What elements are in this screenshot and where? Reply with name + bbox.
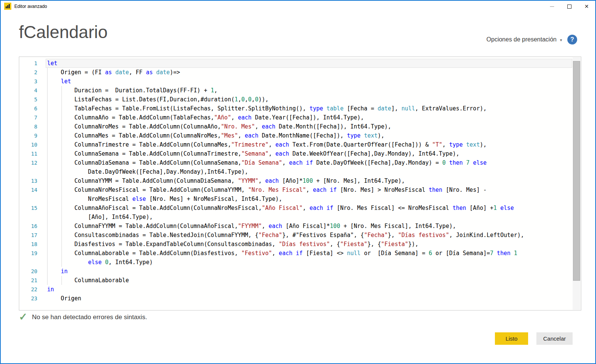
line-number: 3 — [19, 77, 47, 86]
code-surface[interactable]: 1let2 Origen = (FI as date, FF as date)=… — [19, 57, 581, 310]
code-line[interactable]: 13 ColumnaYYMM = Table.AddColumn(Columna… — [19, 176, 581, 185]
code-text: ColumnaTrimestre = Table.AddColumn(Colum… — [47, 140, 487, 149]
code-line[interactable]: 3 let — [19, 77, 581, 86]
code-text: in — [47, 285, 54, 294]
line-number: 14 — [19, 185, 47, 194]
syntax-status-message: No se han detectado errores de sintaxis. — [32, 314, 147, 321]
line-number: 18 — [19, 240, 47, 249]
advanced-editor-window: Editor avanzado ✕ fCalendario Opciones d… — [0, 0, 596, 364]
line-number: 21 — [19, 276, 47, 285]
line-number: 10 — [19, 140, 47, 149]
line-number: 1 — [19, 59, 47, 68]
code-text: let — [47, 59, 57, 68]
code-text: ColumnaAño = Table.AddColumn(TablaFechas… — [47, 113, 364, 122]
code-text: ColumnaFYYMM = Table.AddColumn(ColumnaAñ… — [47, 222, 456, 231]
line-number — [19, 167, 47, 176]
code-text: else 0, Int64.Type) — [47, 258, 153, 267]
help-button[interactable]: ? — [567, 35, 577, 44]
code-line[interactable]: NroMesFiscal else [Nro. Mes] + NroMesFis… — [19, 194, 581, 203]
window-title: Editor avanzado — [14, 4, 47, 9]
code-text: Origen = (FI as date, FF as date)=> — [47, 68, 180, 77]
powerbi-logo-icon — [4, 3, 11, 10]
code-text: [Año], Int64.Type), — [47, 213, 153, 222]
line-number: 9 — [19, 131, 47, 140]
line-number: 13 — [19, 176, 47, 185]
code-text: ColumnaLaborable — [47, 276, 129, 285]
line-number: 22 — [19, 285, 47, 294]
code-line[interactable]: 2 Origen = (FI as date, FF as date)=> — [19, 68, 581, 77]
line-number — [19, 213, 47, 222]
cancel-button[interactable]: Cancelar — [536, 332, 573, 345]
line-number: 15 — [19, 203, 47, 213]
code-text: Duracion = Duration.TotalDays(FF-FI) + 1… — [47, 86, 218, 95]
code-line[interactable]: 8 ColumnaNroMes = Table.AddColumn(Column… — [19, 122, 581, 131]
line-number: 11 — [19, 149, 47, 158]
line-number: 8 — [19, 122, 47, 131]
minimize-button[interactable] — [543, 1, 561, 12]
code-text: ColumnaDiaSemana = Table.AddColumn(Colum… — [47, 158, 487, 167]
title-bar: Editor avanzado ✕ — [1, 1, 595, 12]
code-line[interactable]: 12 ColumnaDiaSemana = Table.AddColumn(Co… — [19, 158, 581, 167]
code-line[interactable]: 15 ColumnaAñoFiscal = Table.AddColumn(Co… — [19, 203, 581, 213]
close-button[interactable]: ✕ — [578, 1, 595, 12]
code-text: ColumnaYYMM = Table.AddColumn(ColumnaDia… — [47, 176, 405, 185]
code-line[interactable]: 14 ColumnaNroMesFiscal = Table.AddColumn… — [19, 185, 581, 194]
code-line[interactable]: 6 TablaFechas = Table.FromList(ListaFech… — [19, 104, 581, 113]
maximize-icon — [567, 5, 571, 9]
maximize-button[interactable] — [561, 1, 578, 12]
line-number: 20 — [19, 267, 47, 276]
line-number: 23 — [19, 294, 47, 303]
code-text: NroMesFiscal else [Nro. Mes] + NroMesFis… — [47, 194, 282, 203]
page-title: fCalendario — [19, 22, 108, 42]
code-text: ColumnaMes = Table.AddColumn(ColumnaNroM… — [47, 131, 384, 140]
code-line[interactable]: Date.DayOfWeek([Fecha],Day.Monday),Int64… — [19, 167, 581, 176]
presentation-options-dropdown[interactable]: Opciones de presentación ▾ — [487, 36, 562, 43]
close-icon: ✕ — [584, 4, 589, 9]
done-button[interactable]: Listo — [495, 332, 528, 345]
code-line[interactable]: 9 ColumnaMes = Table.AddColumn(ColumnaNr… — [19, 131, 581, 140]
code-text: Date.DayOfWeek([Fecha],Day.Monday),Int64… — [47, 167, 248, 176]
code-line[interactable]: 18 Diasfestivos = Table.ExpandTableColum… — [19, 240, 581, 249]
code-line[interactable]: 1let — [19, 59, 581, 68]
code-text: Origen — [47, 294, 81, 303]
line-number: 5 — [19, 95, 47, 104]
code-line[interactable]: 5 ListaFechas = List.Dates(FI,Duracion,#… — [19, 95, 581, 104]
line-number: 7 — [19, 113, 47, 122]
code-text: ColumnaNroMesFiscal = Table.AddColumn(Co… — [47, 185, 487, 194]
line-number: 19 — [19, 249, 47, 258]
syntax-ok-check-icon: ✓ — [19, 312, 28, 322]
code-text: ColumnaAñoFiscal = Table.AddColumn(Colum… — [47, 203, 514, 213]
code-text: in — [47, 267, 68, 276]
code-line[interactable]: 23 Origen — [19, 294, 581, 303]
line-number: 16 — [19, 222, 47, 231]
chevron-down-icon: ▾ — [560, 37, 562, 43]
line-number: 17 — [19, 231, 47, 240]
code-editor[interactable]: 1let2 Origen = (FI as date, FF as date)=… — [19, 57, 581, 310]
presentation-options-label: Opciones de presentación — [487, 36, 557, 43]
code-line[interactable]: 7 ColumnaAño = Table.AddColumn(TablaFech… — [19, 113, 581, 122]
code-text: ColumnaNroMes = Table.AddColumn(ColumnaA… — [47, 122, 391, 131]
code-line[interactable]: 20 in — [19, 267, 581, 276]
code-line[interactable]: 11 ColumnaSemana = Table.AddColumn(Colum… — [19, 149, 581, 158]
code-line[interactable]: 22in — [19, 285, 581, 294]
line-number — [19, 194, 47, 203]
line-number: 12 — [19, 158, 47, 167]
code-line[interactable]: 16 ColumnaFYYMM = Table.AddColumn(Column… — [19, 222, 581, 231]
line-number: 6 — [19, 104, 47, 113]
code-text: let — [47, 77, 71, 86]
code-line[interactable]: 4 Duracion = Duration.TotalDays(FF-FI) +… — [19, 86, 581, 95]
code-line[interactable]: 21 ColumnaLaborable — [19, 276, 581, 285]
line-number: 2 — [19, 68, 47, 77]
code-line[interactable]: [Año], Int64.Type), — [19, 213, 581, 222]
code-line[interactable]: 10 ColumnaTrimestre = Table.AddColumn(Co… — [19, 140, 581, 149]
code-line[interactable]: else 0, Int64.Type) — [19, 258, 581, 267]
code-text: ColumnaLaborable = Table.AddColumn(Diasf… — [47, 249, 517, 258]
code-line[interactable]: 17 Consultascombinadas = Table.NestedJoi… — [19, 231, 581, 240]
help-icon: ? — [570, 36, 574, 43]
code-text: TablaFechas = Table.FromList(ListaFechas… — [47, 104, 487, 113]
minimize-icon — [550, 6, 554, 7]
code-text: Diasfestivos = Table.ExpandTableColumn(C… — [47, 240, 418, 249]
code-line[interactable]: 19 ColumnaLaborable = Table.AddColumn(Di… — [19, 249, 581, 258]
code-text: ColumnaSemana = Table.AddColumn(ColumnaT… — [47, 149, 459, 158]
line-number: 4 — [19, 86, 47, 95]
